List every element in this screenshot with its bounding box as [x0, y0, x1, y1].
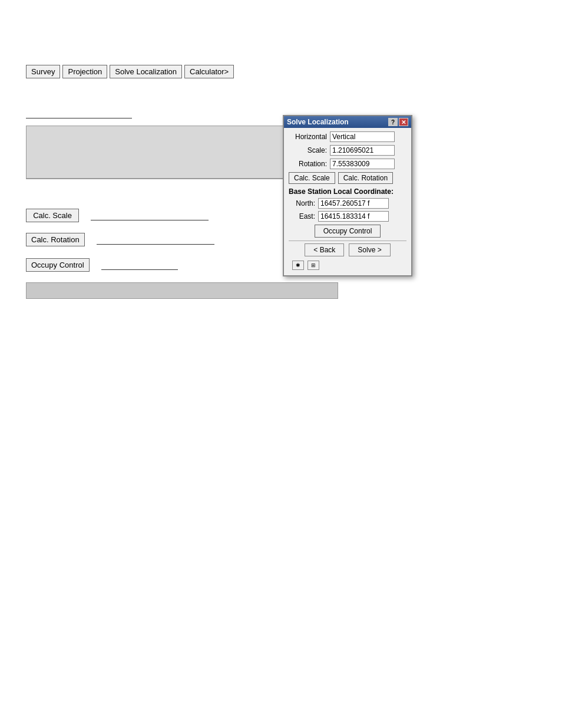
dialog-north-input[interactable] — [318, 198, 389, 209]
dialog-close-button[interactable]: ✕ — [399, 118, 408, 126]
main-content: Calc. Scale Calc. Rotation Occupy Contro… — [26, 109, 536, 299]
dialog-bottom-icons: ✱ ⊞ — [289, 259, 406, 272]
top-input[interactable] — [26, 109, 132, 118]
survey-button[interactable]: Survey — [26, 65, 60, 78]
dialog-east-label: East: — [289, 212, 315, 220]
calc-scale-input[interactable] — [91, 211, 209, 220]
dialog-icon2[interactable]: ⊞ — [308, 261, 319, 270]
dialog-rotation-row: Rotation: — [289, 159, 406, 169]
dialog-occupy-control-button[interactable]: Occupy Control — [315, 225, 381, 238]
dialog-scale-input[interactable] — [330, 145, 395, 156]
dialog-body: Horizontal Scale: Rotation: Calc. Scale … — [284, 128, 411, 275]
dialog-help-button[interactable]: ? — [388, 118, 398, 126]
dialog-base-station-title: Base Station Local Coordinate: — [289, 187, 406, 196]
dialog-icon1[interactable]: ✱ — [292, 261, 304, 270]
dialog-title: Solve Localization — [287, 118, 388, 126]
calculator-button[interactable]: Calculator> — [184, 65, 234, 78]
occupy-control-button[interactable]: Occupy Control — [26, 258, 90, 272]
dialog-horizontal-label: Horizontal — [289, 133, 327, 141]
gray-box-top — [26, 126, 303, 179]
dialog-scale-label: Scale: — [289, 146, 327, 154]
projection-button[interactable]: Projection — [62, 65, 107, 78]
top-input-row — [26, 109, 536, 118]
calc-rotation-button[interactable]: Calc. Rotation — [26, 233, 85, 246]
dialog-north-row: North: — [289, 198, 406, 209]
dialog-title-icons: ? ✕ — [388, 118, 408, 126]
dialog-calc-scale-button[interactable]: Calc. Scale — [289, 172, 335, 184]
toolbar: Survey Projection Solve Localization Cal… — [26, 65, 234, 78]
calc-rotation-input[interactable] — [97, 235, 214, 245]
dialog-titlebar: Solve Localization ? ✕ — [284, 116, 411, 128]
dialog-horizontal-row: Horizontal — [289, 131, 406, 142]
dialog-east-input[interactable] — [318, 211, 389, 222]
solve-localization-dialog: Solve Localization ? ✕ Horizontal Scale:… — [283, 115, 412, 276]
dialog-scale-row: Scale: — [289, 145, 406, 156]
bottom-bar — [26, 282, 338, 299]
calc-scale-button[interactable]: Calc. Scale — [26, 209, 79, 222]
dialog-footer: < Back Solve > — [289, 241, 406, 259]
dialog-rotation-label: Rotation: — [289, 160, 327, 168]
dialog-east-row: East: — [289, 211, 406, 222]
dialog-back-button[interactable]: < Back — [305, 243, 344, 256]
calc-rotation-row: Calc. Rotation — [26, 233, 536, 246]
separator-top — [26, 179, 303, 179]
dialog-calc-rotation-button[interactable]: Calc. Rotation — [338, 172, 393, 184]
dialog-north-label: North: — [289, 199, 315, 207]
occupy-control-row: Occupy Control — [26, 258, 536, 272]
calc-scale-row: Calc. Scale — [26, 209, 536, 222]
solve-localization-button[interactable]: Solve Localization — [110, 65, 182, 78]
dialog-horizontal-input[interactable] — [330, 131, 395, 142]
dialog-rotation-input[interactable] — [330, 159, 395, 169]
occupy-control-input[interactable] — [101, 261, 178, 270]
dialog-calc-buttons: Calc. Scale Calc. Rotation — [289, 172, 406, 184]
dialog-solve-button[interactable]: Solve > — [349, 243, 390, 256]
